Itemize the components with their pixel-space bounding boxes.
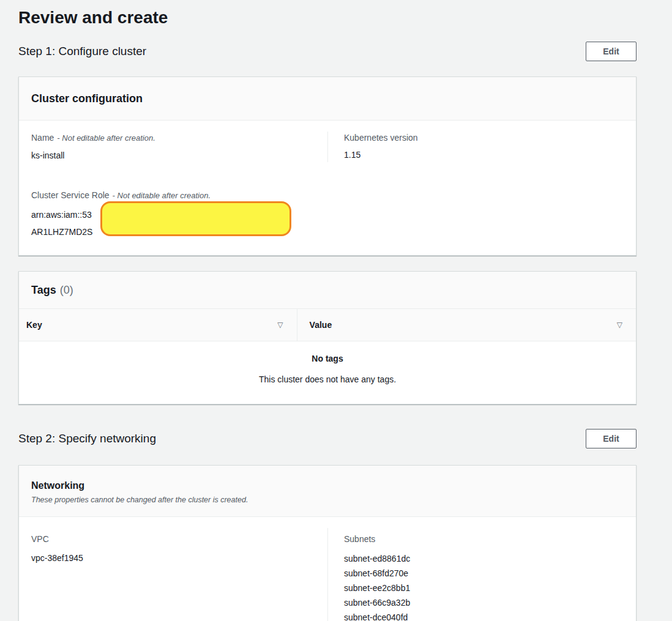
tags-key-column-header[interactable]: Key ▽ (19, 309, 297, 341)
role-arn-line2: AR1LHZ7MD2S (31, 227, 92, 237)
key-sort-icon[interactable]: ▽ (277, 318, 283, 332)
subnets-list: subnet-ed8861dc subnet-68fd270e subnet-e… (344, 551, 624, 621)
tags-count: (0) (60, 284, 73, 296)
review-and-create-page: Review and create Step 1: Configure clus… (0, 0, 672, 621)
cluster-configuration-card-header: Cluster configuration (19, 77, 636, 121)
role-arn-line1-prefix: arn:aws:iam::53 (31, 210, 92, 220)
tags-card: Tags(0) Key ▽ Value ▽ No tags This clust… (18, 271, 637, 404)
step2-header-row: Step 2: Specify networking Edit (18, 429, 637, 448)
cluster-service-role-field: Cluster Service Role- Not editable after… (31, 189, 624, 240)
cluster-configuration-card: Cluster configuration Name- Not editable… (18, 76, 637, 256)
networking-card-body: VPC vpc-38ef1945 Subnets subnet-ed8861dc… (19, 517, 636, 621)
page-title: Review and create (18, 0, 637, 28)
value-sort-icon[interactable]: ▽ (617, 318, 622, 332)
kubernetes-version-label: Kubernetes version (344, 132, 624, 144)
subnet-item: subnet-66c9a32b (344, 595, 624, 610)
step2-heading: Step 2: Specify networking (18, 429, 156, 448)
vpc-value: vpc-38ef1945 (31, 551, 327, 565)
networking-card-header: Networking These properties cannot be ch… (19, 466, 636, 517)
cluster-configuration-card-body: Name- Not editable after creation. ks-in… (19, 121, 636, 255)
tags-empty-message: This cluster does not have any tags. (19, 373, 636, 385)
kubernetes-version-value: 1.15 (344, 148, 624, 162)
tags-table-header: Key ▽ Value ▽ (19, 309, 636, 341)
networking-title: Networking (31, 479, 624, 493)
name-label: Name- Not editable after creation. (31, 132, 327, 144)
tags-empty-title: No tags (19, 351, 636, 366)
subnets-label: Subnets (344, 533, 624, 545)
networking-card: Networking These properties cannot be ch… (18, 465, 637, 621)
step1-edit-button[interactable]: Edit (586, 42, 637, 61)
name-not-editable-note: - Not editable after creation. (57, 133, 155, 143)
tags-value-column-header[interactable]: Value ▽ (297, 309, 636, 341)
subnet-item: subnet-68fd270e (344, 566, 624, 581)
subnets-field: Subnets subnet-ed8861dc subnet-68fd270e … (327, 528, 624, 621)
kubernetes-version-field: Kubernetes version 1.15 (327, 132, 624, 162)
step1-heading: Step 1: Configure cluster (18, 42, 146, 61)
subnet-item: subnet-ee2c8bb1 (344, 581, 624, 595)
role-not-editable-note: - Not editable after creation. (113, 191, 211, 200)
networking-subtitle: These properties cannot be changed after… (31, 494, 624, 505)
cluster-configuration-row1: Name- Not editable after creation. ks-in… (31, 132, 624, 162)
vpc-label: VPC (31, 533, 327, 545)
cluster-service-role-value: arn:aws:iam::53- AR1LHZ7MD2S (31, 206, 624, 240)
name-value: ks-install (31, 149, 327, 162)
subnet-item: subnet-dce040fd (344, 610, 624, 621)
cluster-service-role-label: Cluster Service Role- Not editable after… (31, 189, 624, 202)
tags-card-header: Tags(0) (19, 272, 636, 309)
name-field: Name- Not editable after creation. ks-in… (31, 132, 327, 162)
subnet-item: subnet-ed8861dc (344, 551, 624, 566)
vpc-field: VPC vpc-38ef1945 (31, 528, 327, 621)
tags-title: Tags(0) (31, 282, 624, 298)
cluster-configuration-title: Cluster configuration (31, 91, 624, 106)
redaction-highlight (100, 201, 291, 236)
step1-header-row: Step 1: Configure cluster Edit (18, 42, 637, 61)
tags-empty-state: No tags This cluster does not have any t… (19, 341, 636, 404)
step2-edit-button[interactable]: Edit (586, 429, 637, 448)
